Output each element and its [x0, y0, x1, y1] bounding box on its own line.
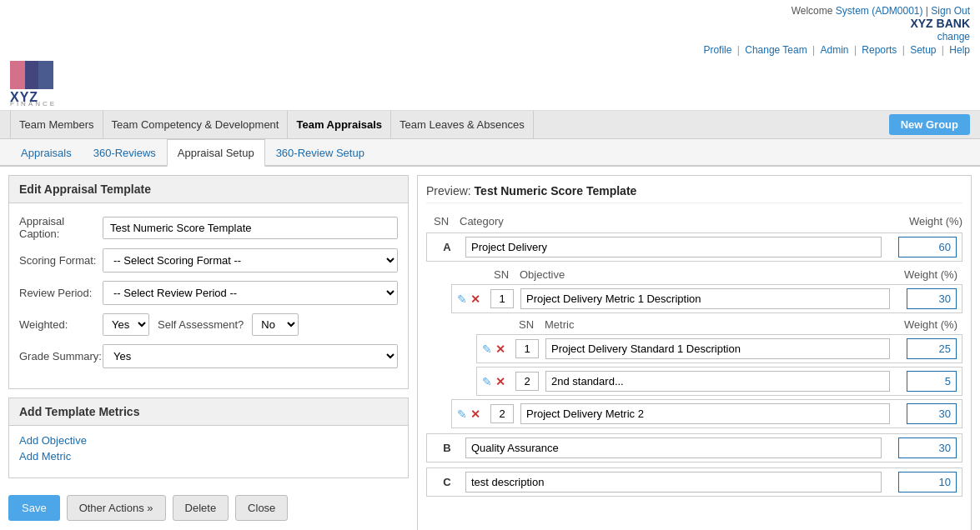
metric-name-2-input[interactable] — [545, 371, 890, 392]
preview-label: Preview: — [426, 184, 471, 198]
tab-appraisal-setup[interactable]: Appraisal Setup — [167, 139, 265, 167]
col-sn-header: SN — [426, 215, 456, 228]
close-button[interactable]: Close — [235, 495, 288, 521]
add-objective-link[interactable]: Add Objective — [19, 434, 398, 447]
company-name: XYZ BANK — [703, 17, 970, 30]
cat-name-a-input[interactable] — [465, 237, 882, 258]
weighted-select[interactable]: YesNo — [103, 313, 149, 336]
metric-row-2: ✎ ✕ — [476, 367, 962, 396]
col-headers: SN Category Weight (%) — [426, 212, 962, 231]
cat-weight-a-input[interactable] — [898, 237, 957, 258]
cat-sn-a: A — [432, 241, 462, 253]
change-link[interactable]: change — [937, 31, 970, 42]
nav-team-leaves[interactable]: Team Leaves & Absences — [391, 111, 534, 138]
metric-col-weight: Weight (%) — [891, 318, 957, 331]
delete-obj-1-icon[interactable]: ✕ — [470, 292, 480, 306]
obj-col-objective: Objective — [516, 268, 891, 281]
scoring-format-select[interactable]: -- Select Scoring Format -- — [103, 248, 398, 272]
obj-weight-2-input[interactable] — [907, 403, 957, 424]
metric-weight-1-input[interactable] — [907, 338, 957, 359]
metric-sn-2-input[interactable] — [515, 372, 539, 391]
appraisal-caption-input[interactable] — [103, 217, 398, 239]
help-link[interactable]: Help — [949, 44, 970, 56]
nav-team-competency[interactable]: Team Competency & Development — [103, 111, 289, 138]
edit-metric-2-icon[interactable]: ✎ — [482, 375, 492, 388]
col-category-header: Category — [456, 215, 887, 228]
metric-row-1: ✎ ✕ — [476, 334, 962, 363]
cat-sn-c: C — [432, 476, 462, 488]
scoring-format-label: Scoring Format: — [19, 254, 103, 267]
cat-weight-b-input[interactable] — [898, 438, 957, 458]
tab-360-review-setup[interactable]: 360-Review Setup — [265, 139, 375, 167]
reports-link[interactable]: Reports — [862, 44, 897, 56]
obj-col-weight: Weight (%) — [891, 268, 957, 281]
col-weight-header: Weight (%) — [887, 215, 962, 228]
edit-metric-1-icon[interactable]: ✎ — [482, 342, 492, 356]
delete-button[interactable]: Delete — [173, 495, 229, 521]
metric-name-1-input[interactable] — [545, 338, 890, 359]
new-group-button[interactable]: New Group — [889, 114, 970, 135]
delete-obj-2-icon[interactable]: ✕ — [470, 408, 480, 421]
metric-sn-1-input[interactable] — [515, 339, 539, 358]
tab-appraisals[interactable]: Appraisals — [10, 139, 83, 167]
category-row-b: B — [426, 433, 962, 462]
admin-link[interactable]: Admin — [821, 44, 849, 56]
nav-team-appraisals[interactable]: Team Appraisals — [288, 111, 391, 138]
sign-out-link[interactable]: Sign Out — [931, 5, 970, 17]
review-period-label: Review Period: — [19, 287, 103, 299]
other-actions-button[interactable]: Other Actions » — [67, 495, 166, 521]
weighted-label: Weighted: — [19, 318, 103, 331]
category-row-a: A — [426, 232, 962, 262]
obj-sn-2-input[interactable] — [490, 404, 514, 423]
profile-link[interactable]: Profile — [703, 44, 731, 56]
change-team-link[interactable]: Change Team — [745, 44, 807, 56]
add-metric-link[interactable]: Add Metric — [19, 450, 398, 462]
preview-title-bar: Preview: Test Numeric Score Template — [426, 184, 962, 203]
obj-name-2-input[interactable] — [520, 403, 890, 424]
cat-name-b-input[interactable] — [465, 438, 882, 458]
delete-metric-2-icon[interactable]: ✕ — [495, 375, 505, 388]
save-button[interactable]: Save — [8, 495, 60, 521]
obj-weight-1-input[interactable] — [907, 288, 957, 309]
self-assessment-label: Self Assessment? — [158, 318, 244, 331]
welcome-text: Welcome — [792, 5, 833, 17]
category-row-c: C — [426, 468, 962, 497]
obj-col-sn: SN — [486, 268, 516, 281]
objective-row-2: ✎ ✕ — [451, 399, 962, 428]
cat-name-c-input[interactable] — [465, 472, 882, 492]
grade-summary-label: Grade Summary: — [19, 350, 103, 362]
edit-obj-2-icon[interactable]: ✎ — [457, 408, 467, 421]
nav-team-members[interactable]: Team Members — [10, 111, 103, 138]
preview-template-name: Test Numeric Score Template — [475, 184, 637, 198]
cat-sn-b: B — [432, 442, 462, 454]
logo: XYZ FINANCE — [10, 61, 85, 107]
objective-row-1: ✎ ✕ — [451, 284, 962, 313]
self-assessment-select[interactable]: NoYes — [252, 313, 299, 336]
user-link[interactable]: System (ADM0001) — [836, 5, 923, 17]
metric-col-metric: Metric — [541, 318, 891, 331]
obj-name-1-input[interactable] — [520, 288, 890, 309]
metrics-panel-title: Add Template Metrics — [9, 398, 408, 426]
metric-col-sn: SN — [511, 318, 541, 331]
metrics-block-obj1: SN Metric Weight (%) ✎ ✕ — [476, 317, 962, 396]
cat-weight-c-input[interactable] — [898, 472, 957, 492]
edit-panel-title: Edit Appraisal Template — [9, 176, 408, 203]
edit-obj-1-icon[interactable]: ✎ — [457, 292, 467, 306]
appraisal-caption-label: Appraisal Caption: — [19, 215, 103, 240]
metric-weight-2-input[interactable] — [907, 371, 957, 392]
setup-link[interactable]: Setup — [910, 44, 936, 56]
grade-summary-select[interactable]: YesNo — [103, 344, 398, 368]
review-period-select[interactable]: -- Select Review Period -- — [103, 281, 398, 305]
obj-sn-1-input[interactable] — [490, 289, 514, 308]
tab-360-reviews[interactable]: 360-Reviews — [83, 139, 167, 167]
delete-metric-1-icon[interactable]: ✕ — [495, 342, 505, 356]
objectives-block-a: SN Objective Weight (%) ✎ ✕ SN Metr — [451, 267, 962, 428]
